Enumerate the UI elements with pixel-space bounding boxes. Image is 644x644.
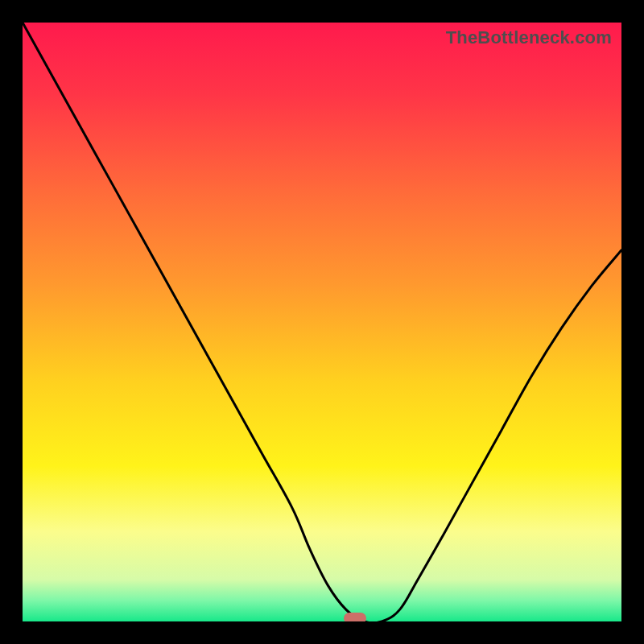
plot-area: TheBottleneck.com bbox=[23, 23, 621, 621]
optimum-marker bbox=[344, 613, 366, 621]
bottleneck-curve bbox=[23, 23, 621, 621]
chart-frame: TheBottleneck.com bbox=[0, 0, 644, 644]
watermark-text: TheBottleneck.com bbox=[446, 27, 612, 48]
